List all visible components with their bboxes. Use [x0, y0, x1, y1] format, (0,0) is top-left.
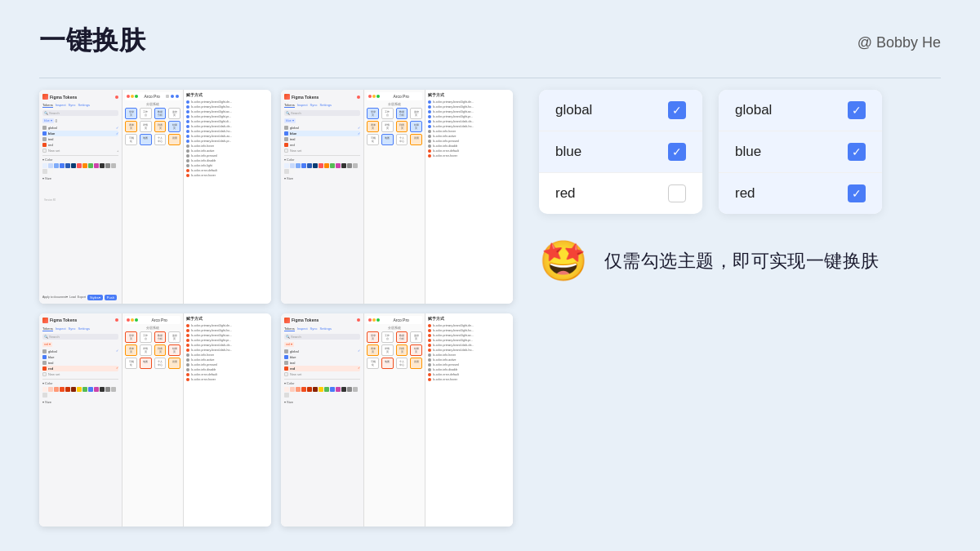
cb-label-red-r: red — [735, 185, 755, 202]
ft-styles-btn[interactable]: Styles▾ — [87, 295, 103, 300]
cb-check-red-right[interactable]: ✓ — [848, 184, 866, 202]
cb-row-global-right[interactable]: global ✓ — [719, 90, 882, 131]
flow-node: 表单页 — [125, 121, 137, 132]
flow-diagram-top: 登录页 工作台 数据分析 监控页 — [125, 108, 180, 119]
ap-header-top: Arco Pro — [125, 92, 180, 100]
ft-footer: Apply to document▾ Load Export Styles▾ P… — [42, 295, 122, 300]
flow-node: 监控页 — [168, 108, 180, 119]
ft-tabs: Tokens Inspect Sync Settings — [42, 103, 118, 108]
cb-label-global: global — [555, 102, 592, 118]
figma-tokens-panel-top: Figma Tokens Tokens Inspect Sync Setting… — [39, 90, 122, 304]
cb-check-global-right[interactable]: ✓ — [848, 101, 866, 119]
emoji-icon: 🤩 — [539, 242, 588, 281]
cb-check-blue-right[interactable]: ✓ — [848, 143, 866, 161]
flow-node: 地图 — [140, 134, 152, 145]
screenshot-token-panel-top-right: Figma Tokens Tokens Inspect Sync Setting… — [281, 90, 513, 304]
figma-logo — [42, 94, 48, 100]
cb-row-blue-left[interactable]: blue ✓ — [539, 131, 702, 173]
right-panel: global ✓ blue ✓ red global ✓ — [539, 90, 956, 527]
ft-push-btn[interactable]: Push — [105, 295, 117, 300]
flow-diagram-mid: 表单页 详情页 列表页 结果页 — [125, 121, 180, 132]
cb-check-blue-left[interactable]: ✓ — [668, 143, 686, 161]
screenshot-red: Figma Tokens Tokens Inspect Sync Setting… — [39, 313, 271, 527]
flow-node: 可视化 — [125, 134, 137, 145]
message-text: 仅需勾选主题，即可实现一键换肤 — [604, 249, 880, 273]
flow-node: 设置 — [168, 134, 180, 145]
cb-label-blue-r: blue — [735, 144, 761, 160]
ft-tab-sync[interactable]: Sync — [69, 103, 76, 108]
flow-node: 工作台 — [140, 108, 152, 119]
ft-close-btn[interactable] — [115, 96, 118, 99]
cb-row-blue-right[interactable]: blue ✓ — [719, 131, 882, 173]
cb-label-red: red — [555, 185, 576, 202]
flow-node: 结果页 — [168, 121, 180, 132]
ft-tab-settings[interactable]: Settings — [78, 103, 90, 108]
ft-title: Figma Tokens — [50, 95, 77, 100]
cb-check-red-left[interactable] — [668, 184, 686, 202]
flow-diagram-bot: 可视化 地图 个人中心 设置 — [125, 134, 180, 145]
cb-label-blue: blue — [555, 144, 581, 160]
checkbox-tables: global ✓ blue ✓ red global ✓ — [539, 90, 956, 214]
header-divider — [39, 78, 941, 78]
flow-node: 数据分析 — [154, 108, 167, 119]
arco-pro-panel-top: Arco Pro 分层系统 登录页 工作台 数据分析 监控页 表单页 详情页 列… — [122, 90, 183, 304]
ft-tab-tokens[interactable]: Tokens — [42, 103, 53, 108]
flow-node: 列表页 — [154, 121, 167, 132]
cb-label-global-r: global — [735, 102, 772, 118]
ap-title: Arco Pro — [144, 94, 159, 99]
ft-set-global: global ✓ blue ✓ teal red — [42, 125, 118, 153]
ft-tab-inspect[interactable]: Inspect — [56, 103, 66, 108]
bottom-message: 🤩 仅需勾选主题，即可实现一键换肤 — [539, 242, 956, 281]
token-list-panel-top: 赋予方式 lc-color-primary-brand-light-de... … — [183, 90, 271, 304]
checkbox-table-right: global ✓ blue ✓ red ✓ — [719, 90, 882, 214]
ft-search-box[interactable]: 🔍 Search — [42, 110, 118, 116]
color-grid-blue — [42, 163, 118, 174]
ft-search-placeholder: 🔍 Search — [44, 111, 60, 115]
flow-node: 个人中心 — [154, 134, 167, 145]
tk-header: 赋予方式 — [186, 92, 269, 97]
cb-row-global-left[interactable]: global ✓ — [539, 90, 702, 131]
checkbox-table-left: global ✓ blue ✓ red — [539, 90, 702, 214]
flow-node: 登录页 — [125, 108, 137, 119]
cb-row-red-left[interactable]: red — [539, 173, 702, 214]
screenshot-blue: Figma Tokens Tokens Inspect Sync Setting… — [39, 90, 271, 304]
page-title: 一键换肤 — [39, 23, 146, 59]
author-label: @ Bobby He — [858, 34, 941, 51]
screenshots-area: Figma Tokens Tokens Inspect Sync Setting… — [39, 90, 513, 527]
flow-node: 详情页 — [140, 121, 152, 132]
cb-row-red-right[interactable]: red ✓ — [719, 173, 882, 214]
screenshot-bottom-right: Figma Tokens Tokens Inspect Sync Setting… — [281, 313, 513, 527]
cb-check-global-left[interactable]: ✓ — [668, 101, 686, 119]
